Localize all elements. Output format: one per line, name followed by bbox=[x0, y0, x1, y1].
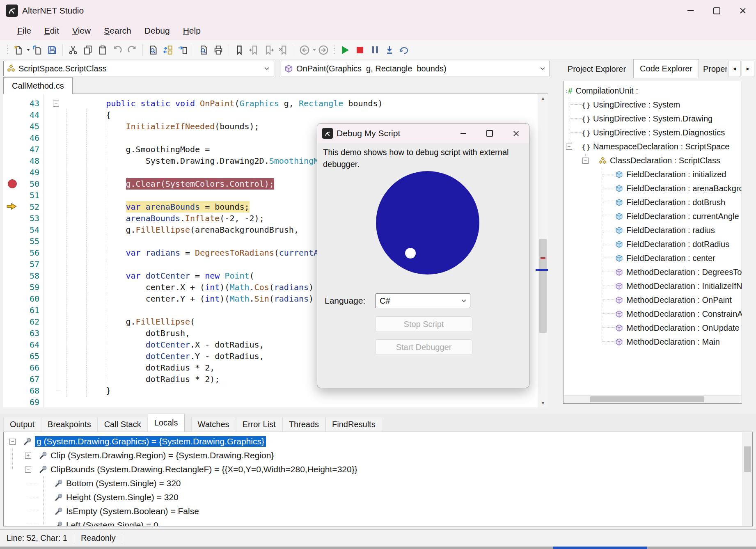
tab-code-explorer[interactable]: Code Explorer bbox=[633, 59, 699, 78]
breakpoint-icon[interactable] bbox=[8, 179, 17, 188]
tab-error-list[interactable]: Error List bbox=[236, 417, 282, 432]
maximize-button[interactable] bbox=[703, 0, 730, 21]
minimize-button[interactable] bbox=[677, 0, 703, 21]
tree-item[interactable]: FieldDeclaration : dotRadius bbox=[564, 237, 742, 251]
print-icon[interactable] bbox=[212, 43, 225, 57]
locals-row[interactable]: IsEmpty (System.Boolean) = False bbox=[4, 504, 742, 518]
tree-item[interactable]: FieldDeclaration : dotBrush bbox=[564, 195, 742, 209]
new-file-dropdown-icon[interactable] bbox=[27, 49, 30, 51]
menu-debug[interactable]: Debug bbox=[138, 23, 176, 38]
tree-item[interactable]: FieldDeclaration : radius bbox=[564, 223, 742, 237]
tree-item[interactable]: −ClassDeclaration : ScriptClass bbox=[564, 153, 742, 167]
toolbar-grip[interactable] bbox=[333, 45, 335, 55]
tree-item[interactable]: FieldDeclaration : center bbox=[564, 251, 742, 265]
locals-row[interactable]: Bottom (System.Single) = 320 bbox=[4, 476, 742, 490]
tree-item[interactable]: { }UsingDirective : System.Diagnostics bbox=[564, 126, 742, 140]
code-line[interactable] bbox=[66, 396, 388, 407]
editor-vertical-scrollbar[interactable]: ▲ ▼ bbox=[538, 94, 548, 407]
tab-findresults[interactable]: FindResults bbox=[325, 417, 382, 432]
locals-row[interactable]: Left (System.Single) = 0 bbox=[4, 518, 742, 526]
locals-row[interactable]: −g (System.Drawing.Graphics) = {System.D… bbox=[4, 435, 742, 448]
tree-item[interactable]: MethodDeclaration : OnPaint bbox=[564, 293, 742, 307]
member-select[interactable]: OnPaint(Graphics g, Rectangle bounds) bbox=[281, 61, 550, 76]
menu-search[interactable]: Search bbox=[97, 23, 138, 38]
find-icon[interactable] bbox=[147, 43, 159, 57]
tree-item[interactable]: MethodDeclaration : Main bbox=[564, 335, 742, 349]
previous-bookmark-icon[interactable] bbox=[248, 43, 260, 57]
locals-row[interactable]: −ClipBounds (System.Drawing.RectangleF) … bbox=[4, 462, 742, 476]
tab-output[interactable]: Output bbox=[3, 417, 41, 432]
cut-icon[interactable] bbox=[67, 43, 79, 57]
scroll-up-icon[interactable]: ▲ bbox=[538, 94, 548, 103]
dialog-minimize-button[interactable] bbox=[450, 124, 477, 143]
open-file-icon[interactable] bbox=[31, 43, 44, 57]
fold-collapse-icon[interactable]: − bbox=[53, 101, 59, 107]
locals-expander-icon[interactable]: − bbox=[9, 439, 16, 445]
tab-scroll-left-icon[interactable]: ◂ bbox=[728, 61, 741, 76]
stop-icon[interactable] bbox=[354, 43, 366, 57]
tree-item[interactable]: { }UsingDirective : System bbox=[564, 98, 742, 112]
code-line[interactable]: public static void OnPaint(Graphics g, R… bbox=[66, 98, 388, 109]
toolbar-grip[interactable] bbox=[7, 45, 9, 55]
tree-expander-icon[interactable]: − bbox=[566, 144, 572, 150]
tree-expander-icon[interactable]: − bbox=[582, 158, 589, 164]
scroll-down-icon[interactable]: ▼ bbox=[538, 398, 548, 407]
tree-item[interactable]: −{ }NamespaceDeclaration : ScriptSpace bbox=[564, 140, 742, 153]
tree-item[interactable]: FieldDeclaration : arenaBackgroundBrush bbox=[564, 181, 742, 195]
menu-file[interactable]: File bbox=[11, 23, 38, 38]
scrollbar-thumb[interactable] bbox=[744, 446, 751, 472]
tree-item[interactable]: MethodDeclaration : DegreesToRadians bbox=[564, 265, 742, 279]
navigate-back-dropdown-icon[interactable] bbox=[313, 49, 316, 51]
tree-item[interactable]: FieldDeclaration : currentAngle bbox=[564, 209, 742, 223]
menu-edit[interactable]: Edit bbox=[38, 23, 66, 38]
tab-watches[interactable]: Watches bbox=[191, 417, 236, 432]
clear-bookmarks-icon[interactable] bbox=[277, 43, 290, 57]
scrollbar-thumb[interactable] bbox=[590, 396, 704, 402]
tab-project-explorer[interactable]: Project Explorer bbox=[561, 61, 632, 77]
run-icon[interactable] bbox=[339, 43, 351, 57]
dialog-close-button[interactable] bbox=[503, 124, 529, 143]
tree-item[interactable]: ∶#CompilationUnit : bbox=[564, 84, 742, 98]
navigate-forward-icon[interactable] bbox=[317, 43, 330, 57]
tree-item[interactable]: MethodDeclaration : InitializeIfNeeded bbox=[564, 279, 742, 293]
locals-row[interactable]: +Clip (System.Drawing.Region) = {System.… bbox=[4, 448, 742, 462]
tab-locals[interactable]: Locals bbox=[148, 414, 185, 432]
tab-callmethod-cs[interactable]: CallMethod.cs bbox=[3, 77, 73, 94]
tree-item[interactable]: FieldDeclaration : initialized bbox=[564, 167, 742, 181]
toggle-bookmark-icon[interactable] bbox=[233, 43, 245, 57]
tree-item[interactable]: MethodDeclaration : OnUpdate bbox=[564, 321, 742, 335]
next-bookmark-icon[interactable] bbox=[263, 43, 275, 57]
locals-row[interactable]: Height (System.Single) = 320 bbox=[4, 490, 742, 504]
find-in-files-icon[interactable] bbox=[197, 43, 210, 57]
tab-threads[interactable]: Threads bbox=[282, 417, 325, 432]
locals-expander-icon[interactable]: + bbox=[25, 453, 31, 459]
tree-horizontal-scrollbar[interactable] bbox=[564, 395, 741, 403]
code-line[interactable]: { bbox=[66, 109, 388, 121]
locals-expander-icon[interactable]: − bbox=[25, 467, 31, 473]
save-icon[interactable] bbox=[46, 43, 58, 57]
redo-icon[interactable] bbox=[126, 43, 138, 57]
tree-item[interactable]: MethodDeclaration : ConstrainAngle bbox=[564, 307, 742, 321]
paste-icon[interactable] bbox=[96, 43, 109, 57]
close-button[interactable] bbox=[730, 0, 756, 21]
scrollbar-thumb[interactable] bbox=[539, 239, 547, 333]
stop-script-button[interactable]: Stop Script bbox=[375, 316, 472, 332]
start-debugger-button[interactable]: Start Debugger bbox=[375, 339, 472, 355]
dialog-maximize-button[interactable] bbox=[477, 124, 503, 143]
tree-item[interactable]: { }UsingDirective : System.Drawing bbox=[564, 112, 742, 126]
tab-scroll-right-icon[interactable]: ▸ bbox=[742, 61, 754, 76]
replace-in-files-icon[interactable] bbox=[162, 43, 174, 57]
menu-help[interactable]: Help bbox=[176, 23, 207, 38]
tab-breakpoints[interactable]: Breakpoints bbox=[41, 417, 98, 432]
locals-vertical-scrollbar[interactable] bbox=[742, 432, 752, 526]
copy-icon[interactable] bbox=[82, 43, 94, 57]
goto-icon[interactable] bbox=[176, 43, 189, 57]
tab-call-stack[interactable]: Call Stack bbox=[98, 417, 148, 432]
step-into-icon[interactable] bbox=[383, 43, 396, 57]
menu-view[interactable]: View bbox=[66, 23, 97, 38]
new-file-icon[interactable]: ✱ bbox=[12, 43, 25, 57]
language-select[interactable]: C# bbox=[375, 293, 470, 308]
pause-icon[interactable] bbox=[369, 43, 381, 57]
navigate-back-icon[interactable] bbox=[298, 43, 311, 57]
tab-properties[interactable]: Properties bbox=[700, 61, 727, 77]
